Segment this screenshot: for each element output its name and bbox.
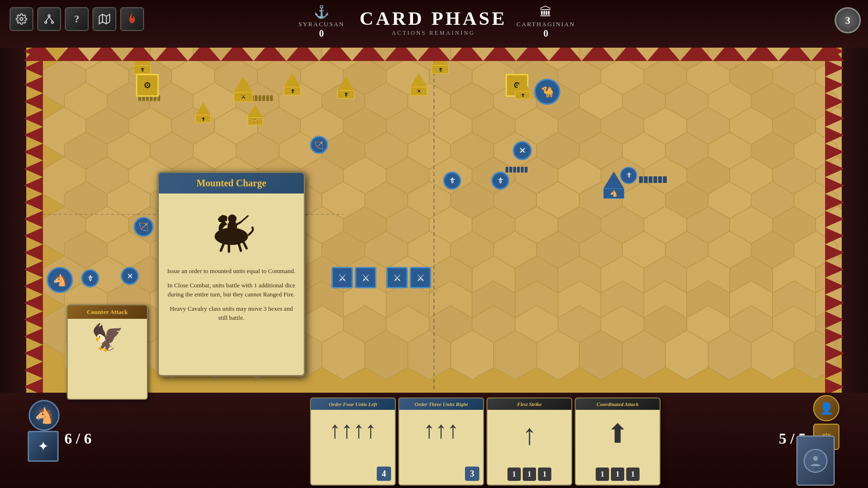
- hand-card-2-title: Order Three Units Right: [402, 401, 480, 407]
- faction-icon-left: 🐴: [29, 400, 60, 431]
- hand-card-3-icon: ↑: [491, 418, 568, 451]
- small-card-title: Counter Attack: [72, 308, 143, 316]
- unit-horse-bottom-left: 🐴: [47, 267, 73, 293]
- player-right-info: 🏛 CARTHAGINIAN 0: [517, 5, 575, 39]
- unit-blue-bow-left: 🏹: [134, 217, 154, 237]
- unit-right-infantry: 🗡: [620, 167, 637, 184]
- player-right-icon: 🏛: [517, 5, 575, 20]
- hand-card-4-numbers: 1 1 1: [579, 468, 656, 481]
- unit-yellow-sword-left: 🗡: [196, 102, 211, 123]
- phase-title: CARD PHASE: [360, 7, 507, 30]
- unit-left-sword: 🗡: [81, 269, 99, 287]
- player-left-icon: ⚓: [293, 5, 350, 20]
- main-card-text: Issue an order to mounted units equal to…: [165, 266, 298, 323]
- hand-card-2-icon: ↑↑↑: [403, 416, 479, 444]
- unit-yellow-cross-swords: ✕: [410, 73, 427, 96]
- troops-blue-far-right: [639, 176, 677, 183]
- faction-emblem-left: ✦: [28, 431, 59, 462]
- small-card-header: Counter Attack: [68, 305, 147, 319]
- unit-wheel-left: ⚙: [136, 74, 159, 97]
- phase-title-area: ⚓ SYRACUSAN 0 CARD PHASE ACTIONS REMAINI…: [293, 0, 575, 39]
- unit-cavalry-camel: 🐪: [534, 79, 560, 105]
- hand-card-4-icon: ⬆: [579, 418, 656, 449]
- unit-blue-x-swords: ✕: [513, 141, 532, 160]
- unit-left-x: ✕: [121, 267, 139, 285]
- svg-point-263: [228, 214, 237, 223]
- hand-card-2-header: Order Three Units Right: [399, 398, 483, 410]
- unit-yellow-swords-2: ⚔: [234, 76, 253, 102]
- help-button[interactable]: ?: [65, 7, 89, 31]
- bottom-ui: 🐴 ✦ 6 / 6 Counter Attack 🦅 ⚖ 👤 5 / 5: [0, 393, 868, 488]
- map-button[interactable]: [93, 7, 116, 31]
- main-card-image: [165, 198, 298, 266]
- svg-point-246: [20, 18, 23, 20]
- game-board: ? ⚓ SYRACUSAN 0: [0, 0, 868, 488]
- fire-button[interactable]: [120, 7, 144, 31]
- hand-card-2-body: ↑↑↑: [399, 410, 483, 447]
- hand-card-1-header: Order Four Units Left: [311, 398, 395, 410]
- score-left: 6 / 6: [64, 430, 92, 447]
- hand-card-3-title: First Strike: [490, 401, 568, 407]
- card-text-3: Heavy Cavalry class units may move 3 hex…: [165, 304, 298, 323]
- unit-yellow-sword-5: 🗡: [337, 76, 354, 99]
- small-card-body: 🦅: [68, 319, 147, 357]
- bottom-hand-cards: Order Four Units Left ↑↑↑↑ 4 Order Three…: [310, 397, 661, 486]
- person-icon: 👤: [813, 395, 839, 421]
- small-card[interactable]: Counter Attack 🦅: [67, 305, 148, 400]
- card-text-2: In Close Combat, units battle with 1 add…: [165, 281, 298, 299]
- hand-card-1-icon: ↑↑↑↑: [315, 416, 391, 444]
- card-thumbnail-right: [796, 436, 835, 486]
- hand-card-3-numbers: 1 1 1: [491, 468, 568, 481]
- unit-blue-bow: 🏹: [310, 136, 328, 154]
- svg-point-247: [48, 15, 50, 17]
- round-counter: 3: [835, 7, 861, 33]
- unit-yellow-sword-far-right: 🗡: [515, 79, 530, 99]
- hand-card-4-body: ⬆: [576, 410, 660, 453]
- hand-card-2-number: 3: [465, 467, 479, 481]
- hand-card-1-number: 4: [377, 467, 391, 481]
- hand-card-1[interactable]: Order Four Units Left ↑↑↑↑ 4: [310, 397, 396, 486]
- main-card-title: Mounted Charge: [165, 178, 298, 189]
- svg-point-249: [52, 21, 53, 23]
- top-header: ? ⚓ SYRACUSAN 0: [0, 0, 868, 48]
- hand-card-3-body: ↑: [487, 410, 571, 455]
- settings-button[interactable]: [10, 7, 33, 31]
- player-right-name: CARTHAGINIAN: [517, 20, 575, 28]
- unit-blue-group-1: ⚔ ⚔: [331, 267, 376, 288]
- hand-card-2[interactable]: Order Three Units Right ↑↑↑ 3: [398, 397, 484, 486]
- player-left-actions: 0: [293, 28, 350, 39]
- player-right-actions: 0: [517, 28, 575, 39]
- hand-card-1-title: Order Four Units Left: [314, 401, 392, 407]
- hand-card-4[interactable]: Coordinated Attack ⬆ 1 1 1: [575, 397, 661, 486]
- svg-line-258: [221, 243, 224, 251]
- unit-blue-group-2: ⚔ ⚔: [386, 267, 431, 288]
- unit-blue-sword-2: 🗡: [491, 172, 509, 190]
- main-card-header: Mounted Charge: [159, 173, 304, 193]
- network-button[interactable]: [37, 7, 61, 31]
- card-text-1: Issue an order to mounted units equal to…: [165, 266, 298, 276]
- right-card-inner: [804, 449, 827, 473]
- unit-yellow-sword-3: 🗡: [284, 73, 301, 95]
- player-left-name: SYRACUSAN: [293, 20, 350, 28]
- horse-rider-icon: [203, 205, 260, 253]
- round-number: 3: [845, 14, 850, 27]
- troops-blue-right: [506, 167, 544, 173]
- phase-subtitle: ACTIONS REMAINING: [360, 30, 507, 37]
- toolbar: ?: [10, 7, 144, 31]
- svg-point-255: [813, 456, 818, 461]
- unit-blue-sword-1: 🗡: [443, 172, 461, 190]
- svg-point-248: [45, 21, 47, 23]
- hand-card-3[interactable]: First Strike ↑ 1 1 1: [486, 397, 572, 486]
- hand-card-4-title: Coordinated Attack: [579, 401, 657, 407]
- hand-card-3-header: First Strike: [487, 398, 571, 410]
- player-left-info: ⚓ SYRACUSAN 0: [293, 5, 350, 39]
- svg-line-265: [241, 216, 248, 222]
- svg-line-250: [46, 17, 49, 21]
- hand-card-1-body: ↑↑↑↑: [311, 410, 395, 447]
- svg-line-251: [49, 17, 52, 21]
- small-card-icon: 🦅: [72, 324, 142, 353]
- mounted-charge-card[interactable]: Mounted Charge: [157, 172, 305, 376]
- phase-center: CARD PHASE ACTIONS REMAINING: [360, 7, 507, 37]
- hand-card-4-header: Coordinated Attack: [576, 398, 660, 410]
- svg-line-260: [238, 243, 241, 251]
